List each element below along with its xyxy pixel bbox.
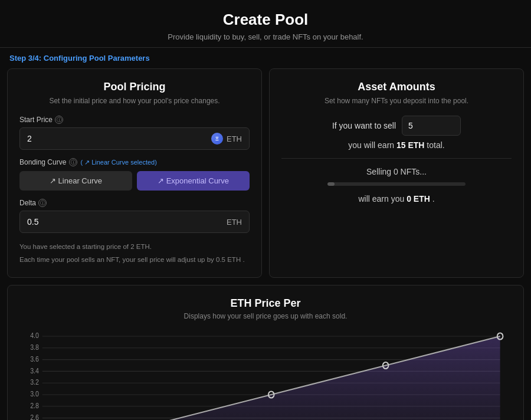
- asset-amounts-title: Asset Amounts: [281, 81, 512, 93]
- sell-input[interactable]: [402, 116, 461, 135]
- delta-label: Delta ⓘ: [19, 199, 250, 207]
- page-title: Create Pool: [0, 11, 531, 29]
- will-earn-text: will earn you 0 ETH .: [281, 194, 512, 204]
- asset-amounts-panel: Asset Amounts Set how many NFTs you depo…: [269, 68, 524, 278]
- svg-text:3.4: 3.4: [30, 367, 39, 375]
- svg-text:4.0: 4.0: [30, 332, 39, 339]
- linear-curve-button[interactable]: ↗ Linear Curve: [19, 171, 132, 191]
- start-price-input-wrapper: Ξ ETH: [19, 127, 250, 150]
- progress-bar-fill: [327, 182, 335, 186]
- hint-2: Each time your pool sells an NFT, your s…: [19, 254, 250, 265]
- step-label: Step 3/4: Configuring Pool Parameters: [0, 48, 531, 68]
- bonding-curve-label: Bonding Curve ⓘ ( ↗ Linear Curve selecte…: [19, 158, 250, 166]
- pool-pricing-title: Pool Pricing: [19, 81, 250, 93]
- eth-icon: Ξ: [211, 133, 223, 145]
- svg-text:2.8: 2.8: [30, 402, 39, 409]
- selling-status: Selling 0 NFTs...: [281, 167, 512, 176]
- svg-text:3.8: 3.8: [30, 343, 39, 351]
- start-price-suffix: Ξ ETH: [204, 133, 249, 145]
- svg-marker-11: [42, 336, 500, 420]
- delta-suffix: ETH: [219, 218, 249, 227]
- asset-amounts-subtitle: Set how many NFTs you deposit into the p…: [281, 97, 512, 105]
- pool-pricing-panel: Pool Pricing Set the initial price and h…: [7, 68, 262, 278]
- selected-curve-badge: ( ↗ Linear Curve selected): [80, 159, 156, 166]
- delta-input[interactable]: [20, 211, 219, 232]
- svg-text:3.2: 3.2: [30, 379, 39, 386]
- svg-text:3.6: 3.6: [30, 355, 39, 363]
- page-header: Create Pool Provide liquidity to buy, se…: [0, 0, 531, 48]
- progress-bar: [327, 182, 466, 186]
- hint-1: You have selected a starting price of 2 …: [19, 241, 250, 252]
- start-price-info-icon[interactable]: ⓘ: [55, 116, 63, 124]
- chart-panel: ETH Price Per Displays how your sell pri…: [7, 285, 524, 420]
- chart-subtitle: Displays how your sell price goes up wit…: [19, 312, 512, 320]
- sell-row: If you want to sell 🖼: [281, 116, 512, 136]
- sell-input-wrapper: 🖼: [402, 116, 461, 136]
- start-price-input[interactable]: [20, 128, 204, 149]
- start-price-label: Start Price ⓘ: [19, 116, 250, 124]
- bonding-curve-info-icon[interactable]: ⓘ: [69, 158, 77, 166]
- earn-text: you will earn 15 ETH total.: [281, 140, 512, 150]
- curve-buttons: ↗ Linear Curve ↗ Exponential Curve: [19, 171, 250, 191]
- earn-amount: 15 ETH: [396, 140, 424, 150]
- exponential-curve-button[interactable]: ↗ Exponential Curve: [137, 171, 250, 191]
- chart-title: ETH Price Per: [19, 297, 512, 310]
- delta-info-icon[interactable]: ⓘ: [38, 199, 47, 207]
- delta-input-wrapper: ETH: [19, 211, 250, 233]
- page-subtitle: Provide liquidity to buy, sell, or trade…: [0, 32, 531, 41]
- divider: [281, 158, 512, 159]
- chart-svg: 2.0 2.2 2.4 2.6 2.8 3.0 3.2 3.4 3.6 3.8 …: [19, 330, 512, 420]
- main-panels: Pool Pricing Set the initial price and h…: [0, 68, 531, 285]
- will-earn-amount: 0 ETH: [407, 194, 430, 204]
- chart-container: 2.0 2.2 2.4 2.6 2.8 3.0 3.2 3.4 3.6 3.8 …: [19, 330, 512, 420]
- exp-curve-label: ↗ Exponential Curve: [158, 176, 229, 185]
- svg-text:3.0: 3.0: [30, 390, 39, 398]
- linear-curve-label: ↗ Linear Curve: [50, 176, 102, 185]
- svg-text:2.6: 2.6: [30, 414, 39, 420]
- if-you-want-to-sell-text: If you want to sell: [332, 121, 396, 130]
- pool-pricing-subtitle: Set the initial price and how your pool'…: [19, 97, 250, 105]
